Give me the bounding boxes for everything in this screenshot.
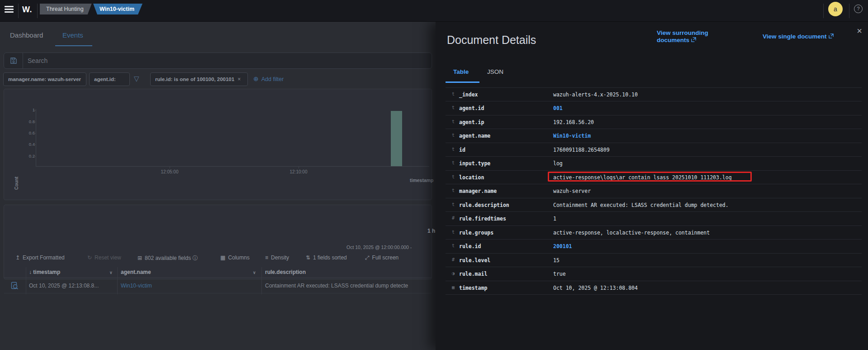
add-filter-button[interactable]: ⊕Add filter bbox=[253, 75, 284, 82]
cell-agent-name-link[interactable]: Win10-victim bbox=[121, 283, 152, 289]
column-menu-icon[interactable]: ∨ bbox=[109, 270, 113, 275]
filter-pill-agent-id[interactable]: agent.id: 001 bbox=[89, 72, 130, 86]
field-value: Containment AR executed: LSASS credentia… bbox=[553, 202, 729, 208]
field-name: rule.groups bbox=[459, 230, 493, 236]
field-row-rule-level: #rule.level15 bbox=[446, 253, 862, 267]
hits-count: 1 h bbox=[427, 228, 435, 234]
event-row[interactable]: Oct 10, 2025 @ 12:13:08.8... Win10-victi… bbox=[4, 278, 432, 293]
saved-query-icon[interactable] bbox=[4, 53, 23, 68]
field-row-agent-name: tagent.nameWin10-victim bbox=[446, 129, 862, 143]
sort-desc-icon: ↓ bbox=[29, 269, 32, 275]
field-row-id: tid1760091188.2654809 bbox=[446, 143, 862, 157]
expand-document-icon[interactable] bbox=[10, 282, 19, 290]
menu-hamburger-icon[interactable] bbox=[5, 6, 14, 13]
field-type-icon: t bbox=[450, 147, 456, 152]
tab-events[interactable]: Events bbox=[62, 31, 83, 39]
field-name: agent.name bbox=[459, 133, 490, 139]
y-tick: 0.6 bbox=[8, 130, 35, 135]
field-row-_index: t_indexwazuh-alerts-4.x-2025.10.10 bbox=[446, 87, 862, 101]
column-header-timestamp[interactable]: ↓ timestamp bbox=[29, 269, 60, 275]
full-screen-button[interactable]: ⤢Full screen bbox=[365, 254, 398, 261]
flyout-tab-json[interactable]: JSON bbox=[487, 68, 503, 75]
cell-rule-description: Containment AR executed: LSASS credentia… bbox=[265, 283, 430, 289]
available-fields-button[interactable]: ⊞802 available fields ⓘ bbox=[138, 254, 198, 262]
query-bar bbox=[4, 53, 432, 69]
field-value-link[interactable]: 200101 bbox=[553, 243, 572, 249]
view-single-document-link[interactable]: View single document bbox=[763, 33, 834, 40]
hits-time-range: Oct 10, 2025 @ 12:00:00.000 - bbox=[346, 245, 412, 250]
y-tick: 1 bbox=[8, 107, 35, 112]
y-axis bbox=[36, 109, 36, 166]
floppy-disk-icon bbox=[10, 57, 17, 64]
top-navbar: W. Threat Hunting Win10-victim a ? bbox=[0, 0, 868, 22]
field-type-icon: t bbox=[450, 202, 456, 207]
field-row-rule-description: trule.descriptionContainment AR executed… bbox=[446, 198, 862, 212]
field-name: rule.level bbox=[459, 257, 490, 264]
help-icon[interactable]: ? bbox=[854, 5, 863, 13]
field-type-icon: ◑ bbox=[450, 271, 456, 276]
nav-divider bbox=[823, 4, 824, 18]
field-value: 1 bbox=[553, 216, 556, 222]
column-header-rule-description[interactable]: rule.description bbox=[265, 269, 306, 275]
breadcrumb-threat-hunting[interactable]: Threat Hunting bbox=[40, 4, 92, 14]
field-value: 1760091188.2654809 bbox=[553, 147, 610, 153]
flyout-tab-table[interactable]: Table bbox=[453, 68, 469, 75]
density-button[interactable]: ≡Density bbox=[265, 254, 289, 261]
field-type-icon: t bbox=[450, 174, 456, 179]
x-axis-title: timestamp bbox=[410, 177, 434, 183]
column-menu-icon[interactable]: ∨ bbox=[253, 270, 256, 275]
close-icon[interactable]: × bbox=[854, 25, 865, 36]
search-input[interactable] bbox=[28, 53, 417, 68]
field-value: true bbox=[553, 271, 566, 277]
field-value-link[interactable]: Win10-victim bbox=[553, 133, 591, 139]
document-details-flyout: Document Details View surrounding docume… bbox=[436, 22, 868, 350]
field-type-icon: t bbox=[450, 105, 456, 110]
tab-dashboard[interactable]: Dashboard bbox=[10, 31, 43, 39]
export-formatted-button[interactable]: ↥Export Formatted bbox=[15, 254, 65, 261]
columns-button[interactable]: ▦Columns bbox=[220, 254, 250, 261]
circle-plus-icon: ⊕ bbox=[253, 75, 259, 82]
density-icon: ≡ bbox=[265, 254, 268, 261]
external-link-icon bbox=[829, 34, 834, 38]
field-name: input.type bbox=[459, 160, 490, 167]
external-link-icon bbox=[691, 37, 696, 42]
field-row-agent-ip: tagent.ip192.168.56.20 bbox=[446, 115, 862, 129]
filter-funnel-icon[interactable]: ▽ bbox=[134, 75, 139, 83]
events-table-panel: 1 h Oct 10, 2025 @ 12:00:00.000 - ↥Expor… bbox=[4, 205, 432, 279]
field-value: active-response, localactive-response, c… bbox=[553, 230, 710, 236]
nav-divider bbox=[37, 4, 38, 18]
field-row-agent-id: tagent.id001 bbox=[446, 101, 862, 115]
reset-icon: ↻ bbox=[87, 254, 92, 261]
field-value: log bbox=[553, 160, 563, 167]
field-name: agent.id bbox=[459, 105, 484, 111]
field-name: rule.id bbox=[459, 243, 481, 249]
x-tick: 12:05:00 bbox=[152, 169, 188, 174]
field-name: rule.mail bbox=[459, 271, 487, 277]
field-type-icon: ▦ bbox=[450, 285, 456, 290]
field-value-link[interactable]: 001 bbox=[553, 105, 563, 111]
field-value: 192.168.56.20 bbox=[553, 119, 594, 125]
reset-view-button[interactable]: ↻Reset view bbox=[87, 254, 121, 261]
fields-sorted-button[interactable]: ⇅1 fields sorted bbox=[306, 254, 347, 261]
field-row-timestamp: ▦timestampOct 10, 2025 @ 12:13:08.804 bbox=[446, 281, 862, 295]
fullscreen-icon: ⤢ bbox=[365, 254, 370, 261]
filter-pill-manager-name[interactable]: manager.name: wazuh-server bbox=[3, 72, 86, 86]
breadcrumb-agent-win10-victim[interactable]: Win10-victim bbox=[93, 4, 142, 14]
field-row-rule-firedtimes: #rule.firedtimes1 bbox=[446, 211, 862, 225]
active-tab-underline bbox=[446, 82, 479, 83]
histogram-bar[interactable] bbox=[391, 111, 402, 166]
info-icon[interactable]: ⓘ bbox=[192, 255, 198, 261]
events-histogram: 1 0.8 0.6 0.4 0.2 Count 12:05:00 12:10:0… bbox=[4, 89, 432, 200]
field-value: wazuh-alerts-4.x-2025.10.10 bbox=[553, 91, 638, 98]
export-icon: ↥ bbox=[15, 254, 20, 261]
wazuh-logo[interactable]: W. bbox=[22, 5, 32, 14]
red-highlight-annotation bbox=[548, 172, 752, 182]
view-surrounding-documents-link[interactable]: View surrounding documents bbox=[657, 29, 729, 44]
remove-filter-icon[interactable]: × bbox=[237, 76, 241, 82]
user-avatar[interactable]: a bbox=[828, 2, 843, 16]
filter-pill-rule-id[interactable]: rule.id: is one of 100100, 200101× bbox=[150, 72, 248, 86]
field-row-rule-groups: trule.groupsactive-response, localactive… bbox=[446, 225, 862, 240]
field-name: manager.name bbox=[459, 188, 497, 194]
table-header-row: ↓ timestamp ∨ agent.name ∨ rule.descript… bbox=[4, 267, 432, 278]
column-header-agent-name[interactable]: agent.name bbox=[121, 269, 151, 275]
